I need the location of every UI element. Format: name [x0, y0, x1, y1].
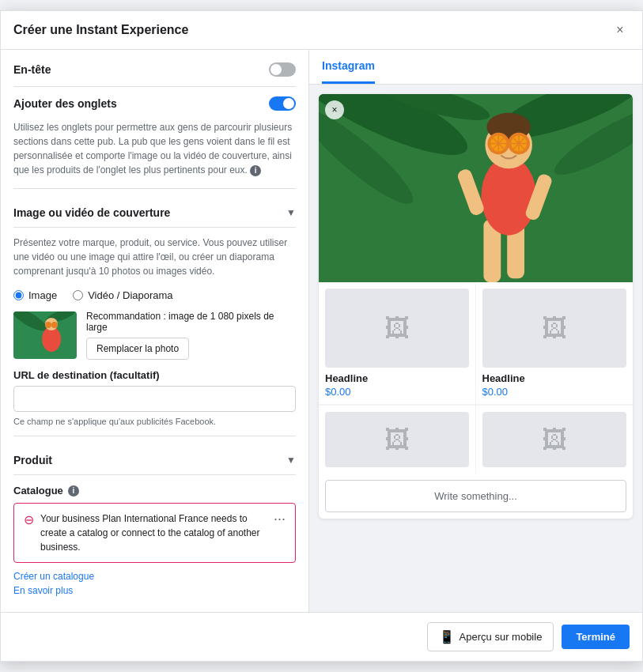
- catalogue-info-icon[interactable]: i: [68, 485, 79, 496]
- ajouter-onglets-row: Ajouter des onglets: [13, 96, 296, 111]
- product-grid-bottom: 🖼 🖼: [319, 405, 633, 474]
- close-button[interactable]: ×: [611, 21, 630, 40]
- right-panel: Instagram ×: [309, 50, 642, 612]
- write-something-input[interactable]: Write something...: [325, 480, 626, 512]
- learn-more-link[interactable]: En savoir plus: [13, 585, 296, 596]
- divider-2: [13, 188, 296, 189]
- product-image-1: 🖼: [325, 289, 469, 368]
- image-placeholder-icon-bottom-2: 🖼: [542, 425, 567, 455]
- product-cell-bottom-2: 🖼: [476, 406, 634, 474]
- url-label: URL de destination (facultatif): [13, 369, 296, 381]
- modal-header: Créer une Instant Experience ×: [1, 11, 642, 50]
- ajouter-onglets-toggle[interactable]: [269, 96, 296, 111]
- product-image-2: 🖼: [482, 289, 627, 368]
- cover-close-button[interactable]: ×: [325, 100, 344, 119]
- error-menu-icon[interactable]: ···: [274, 512, 286, 526]
- produit-chevron-icon: ▼: [286, 455, 296, 466]
- product-price-2: $0.00: [482, 386, 627, 398]
- modal-body: En-tête Ajouter des onglets Utilisez les…: [1, 50, 642, 612]
- catalogue-error-box: ⊖ Your business Plan International Franc…: [13, 503, 296, 563]
- image-video-header[interactable]: Image ou vidéo de couverture ▼: [13, 198, 296, 228]
- url-note: Ce champ ne s'applique qu'aux publicités…: [13, 417, 296, 426]
- svg-point-6: [51, 322, 58, 328]
- image-placeholder-icon-1: 🖼: [384, 314, 410, 343]
- catalogue-section: Catalogue i ⊖ Your business Plan Interna…: [13, 485, 296, 596]
- product-image-bottom-1: 🖼: [325, 412, 469, 467]
- url-section: URL de destination (facultatif) Ce champ…: [13, 369, 296, 426]
- produit-section: Produit ▼: [13, 446, 296, 475]
- onglets-info-icon[interactable]: i: [250, 165, 261, 176]
- product-grid-top: 🖼 Headline $0.00 🖼 Headline $0.00: [319, 282, 633, 405]
- onglets-description: Utilisez les onglets pour permettre aux …: [13, 120, 296, 177]
- divider-1: [13, 86, 296, 87]
- modal: Créer une Instant Experience × En-tête A…: [0, 10, 643, 662]
- image-thumbnail: [13, 311, 77, 359]
- modal-footer: 📱 Aperçu sur mobile Terminé: [1, 612, 642, 661]
- preview-container: ×: [309, 85, 642, 612]
- product-price-1: $0.00: [325, 386, 469, 398]
- image-video-section: Image ou vidéo de couverture ▼ Présentez…: [13, 198, 296, 360]
- produit-header[interactable]: Produit ▼: [13, 446, 296, 475]
- error-text: Your business Plan International France …: [40, 512, 267, 554]
- ajouter-onglets-label: Ajouter des onglets: [13, 97, 117, 110]
- image-video-title: Image ou vidéo de couverture: [13, 206, 170, 219]
- product-cell-bottom-1: 🖼: [319, 406, 476, 474]
- finish-button[interactable]: Terminé: [562, 625, 630, 649]
- tab-bar: Instagram: [309, 50, 642, 85]
- product-image-bottom-2: 🖼: [482, 412, 627, 467]
- image-info: Recommandation : image de 1 080 pixels d…: [86, 311, 296, 360]
- svg-point-15: [481, 157, 535, 235]
- image-preview-row: Recommandation : image de 1 080 pixels d…: [13, 311, 296, 360]
- catalogue-label: Catalogue: [13, 485, 63, 496]
- product-name-1: Headline: [325, 372, 469, 384]
- preview-mobile-button[interactable]: 📱 Aperçu sur mobile: [427, 622, 554, 651]
- svg-point-5: [45, 322, 51, 328]
- product-name-2: Headline: [482, 372, 627, 384]
- modal-title: Créer une Instant Experience: [13, 23, 188, 37]
- en-tete-toggle[interactable]: [269, 62, 296, 77]
- radio-image-input[interactable]: [13, 290, 24, 300]
- en-tete-row: En-tête: [13, 62, 296, 77]
- chevron-down-icon: ▼: [286, 207, 296, 218]
- product-cell-1: 🖼 Headline $0.00: [319, 282, 476, 405]
- divider-3: [13, 436, 296, 436]
- produit-title: Produit: [13, 454, 52, 466]
- image-video-description: Présentez votre marque, produit, ou serv…: [13, 236, 296, 278]
- image-video-radio-group: Image Vidéo / Diaporama: [13, 289, 296, 301]
- en-tete-label: En-tête: [13, 63, 51, 76]
- left-panel: En-tête Ajouter des onglets Utilisez les…: [1, 50, 309, 612]
- preview-card: ×: [319, 94, 633, 519]
- replace-photo-button[interactable]: Remplacer la photo: [86, 338, 189, 360]
- image-placeholder-icon-bottom-1: 🖼: [384, 425, 410, 455]
- catalogue-header: Catalogue i: [13, 485, 296, 496]
- create-catalogue-link[interactable]: Créer un catalogue: [13, 571, 296, 582]
- product-cell-2: 🖼 Headline $0.00: [476, 282, 634, 405]
- mobile-icon: 📱: [439, 629, 455, 644]
- tab-instagram[interactable]: Instagram: [322, 50, 375, 84]
- radio-video-label[interactable]: Vidéo / Diaporama: [73, 289, 172, 301]
- url-input[interactable]: [13, 386, 296, 412]
- image-placeholder-icon-2: 🖼: [542, 314, 567, 343]
- error-icon: ⊖: [24, 512, 34, 527]
- cover-image-wrapper: ×: [319, 94, 633, 282]
- radio-image-label[interactable]: Image: [13, 289, 57, 301]
- radio-video-input[interactable]: [73, 290, 83, 300]
